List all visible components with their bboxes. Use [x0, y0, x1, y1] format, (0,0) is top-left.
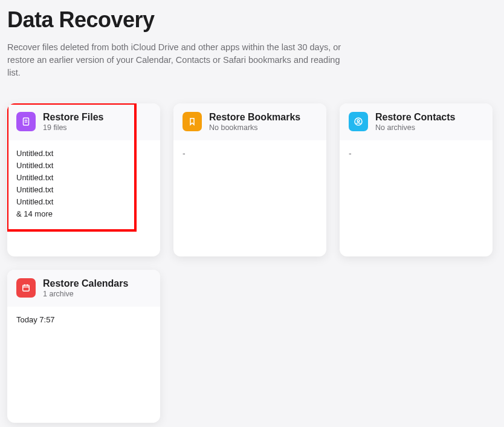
contact-icon — [349, 112, 368, 131]
card-title-wrap: Restore Calendars 1 archive — [43, 278, 128, 298]
svg-rect-5 — [23, 285, 30, 292]
card-header: Restore Files 19 files — [7, 103, 160, 140]
restore-files-card[interactable]: Restore Files 19 files Untitled.txt Unti… — [7, 103, 160, 256]
card-subtitle: 19 files — [43, 123, 103, 132]
card-subtitle: 1 archive — [43, 290, 128, 298]
card-title: Restore Files — [43, 112, 103, 123]
file-list: Untitled.txt Untitled.txt Untitled.txt U… — [16, 149, 151, 218]
card-header: Restore Bookmarks No bookmarks — [173, 103, 326, 140]
empty-placeholder: - — [349, 149, 352, 158]
file-icon — [16, 112, 36, 131]
bookmark-icon — [183, 112, 202, 131]
card-subtitle: No archives — [375, 123, 455, 132]
cards-grid: Restore Files 19 files Untitled.txt Unti… — [7, 103, 497, 423]
card-title: Restore Calendars — [43, 278, 128, 289]
card-title: Restore Contacts — [375, 112, 455, 123]
file-item: Untitled.txt — [16, 149, 151, 158]
page-description: Recover files deleted from both iCloud D… — [7, 41, 346, 79]
card-body: - — [340, 140, 493, 256]
empty-placeholder: - — [183, 149, 186, 158]
card-title-wrap: Restore Bookmarks No bookmarks — [209, 112, 300, 132]
file-more: & 14 more — [16, 209, 151, 218]
card-header: Restore Calendars 1 archive — [7, 270, 160, 307]
card-body: Today 7:57 — [7, 307, 160, 423]
card-subtitle: No bookmarks — [209, 123, 300, 132]
archive-item: Today 7:57 — [16, 315, 55, 324]
restore-contacts-card[interactable]: Restore Contacts No archives - — [340, 103, 493, 256]
file-item: Untitled.txt — [16, 197, 151, 206]
card-title-wrap: Restore Contacts No archives — [375, 112, 455, 132]
card-title: Restore Bookmarks — [209, 112, 300, 123]
card-body: Untitled.txt Untitled.txt Untitled.txt U… — [7, 140, 160, 256]
card-title-wrap: Restore Files 19 files — [43, 112, 103, 132]
file-item: Untitled.txt — [16, 185, 151, 194]
restore-calendars-card[interactable]: Restore Calendars 1 archive Today 7:57 — [7, 270, 160, 423]
file-item: Untitled.txt — [16, 173, 151, 182]
svg-point-4 — [357, 120, 360, 122]
page-title: Data Recovery — [7, 7, 497, 33]
card-header: Restore Contacts No archives — [340, 103, 493, 140]
restore-bookmarks-card[interactable]: Restore Bookmarks No bookmarks - — [173, 103, 326, 256]
calendar-icon — [16, 278, 36, 298]
card-body: - — [173, 140, 326, 256]
file-item: Untitled.txt — [16, 161, 151, 170]
